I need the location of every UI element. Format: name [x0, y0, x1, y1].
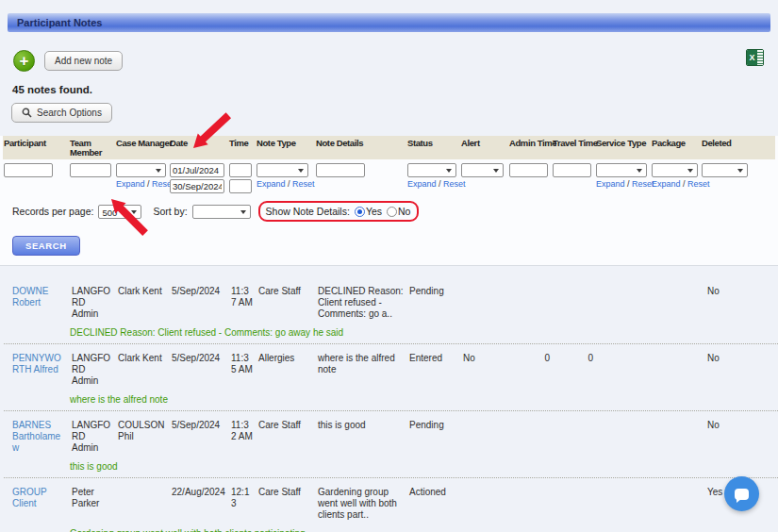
team-member-cell: Peter Parker: [70, 487, 116, 521]
date-cell: 5/Sep/2024: [170, 420, 229, 454]
link-separator: /: [439, 179, 441, 189]
alert-cell: No: [461, 353, 509, 387]
sort-by-label: Sort by:: [153, 206, 187, 217]
show-note-details-yes-radio[interactable]: [355, 207, 365, 217]
date-cell: 5/Sep/2024: [170, 353, 229, 387]
admin-time-filter-input[interactable]: [509, 163, 548, 177]
col-header-service-type: Service Type: [596, 138, 652, 158]
travel-time-cell: [553, 487, 596, 521]
service-type-expand-link[interactable]: Expand: [596, 179, 625, 189]
chat-bubble-icon: [735, 489, 749, 500]
note-details-cell: where is the alfred note: [316, 353, 407, 387]
col-header-time: Time: [229, 138, 257, 158]
case-manager-cell: Clark Kent: [116, 286, 170, 320]
notes-found-count: 45 notes found.: [12, 84, 778, 95]
team-member-cell: LANGFORD Admin: [70, 420, 116, 454]
note-details-cell: DECLINED Reason: Client refused - Commen…: [316, 286, 407, 320]
time-cell: 12:13: [229, 487, 257, 521]
sort-by-select[interactable]: [192, 205, 251, 219]
package-expand-link[interactable]: Expand: [652, 179, 681, 189]
case-manager-cell: [116, 487, 170, 521]
deleted-cell: No: [702, 286, 773, 320]
add-new-note-button[interactable]: Add new note: [44, 51, 123, 71]
date-cell: 22/Aug/2024: [170, 487, 229, 521]
col-header-participant: Participant: [4, 138, 70, 158]
time-to-input[interactable]: [229, 179, 252, 193]
note-type-expand-link[interactable]: Expand: [257, 179, 286, 189]
notes-table: DOWNE Robert LANGFORD Admin Clark Kent 5…: [0, 266, 778, 532]
alert-select[interactable]: [461, 163, 504, 177]
note-full-text: where is the alfred note: [70, 394, 778, 405]
table-row: GROUP Client Peter Parker 22/Aug/2024 12…: [4, 478, 778, 532]
note-full-text: Gardening group went well with both clie…: [70, 528, 778, 532]
participant-filter-input[interactable]: [4, 163, 53, 177]
records-per-page-select[interactable]: 500: [98, 205, 141, 219]
col-header-deleted: Deleted: [702, 138, 773, 158]
status-cell: Pending: [407, 286, 461, 320]
table-row: DOWNE Robert LANGFORD Admin Clark Kent 5…: [4, 277, 778, 344]
records-options-row: Records per page: 500 Sort by: Show Note…: [12, 200, 778, 223]
toolbar: + Add new note: [13, 49, 778, 72]
show-note-details-no-radio[interactable]: [387, 207, 397, 217]
link-separator: /: [288, 179, 290, 189]
package-select[interactable]: [652, 163, 698, 177]
case-manager-cell: Clark Kent: [116, 353, 170, 387]
case-manager-expand-link[interactable]: Expand: [116, 179, 145, 189]
case-manager-expand-reset: Expand / Reset: [116, 179, 170, 189]
search-button[interactable]: SEARCH: [12, 236, 80, 256]
alert-cell: [461, 286, 509, 320]
admin-time-cell: 0: [509, 353, 553, 387]
service-type-cell: [596, 353, 652, 387]
deleted-cell: No: [702, 353, 773, 387]
time-from-input[interactable]: [229, 163, 252, 177]
participant-link[interactable]: GROUP Client: [4, 487, 70, 521]
service-type-cell: [596, 420, 652, 454]
note-type-cell: Allergies: [257, 353, 316, 387]
service-type-select[interactable]: [596, 163, 647, 177]
filter-panel: Participant Team Member Case Manager Dat…: [0, 136, 778, 266]
participant-link[interactable]: PENNYWORTH Alfred: [4, 353, 70, 387]
chat-widget-button[interactable]: [724, 476, 759, 511]
package-expand-reset: Expand / Reset: [652, 179, 702, 189]
excel-export-icon[interactable]: X: [746, 49, 764, 66]
col-header-note-type: Note Type: [257, 138, 316, 158]
col-header-package: Package: [652, 138, 702, 158]
col-header-alert: Alert: [461, 138, 509, 158]
admin-time-cell: [509, 286, 553, 320]
deleted-cell: No: [702, 420, 773, 454]
search-options-button[interactable]: Search Options: [11, 103, 112, 123]
status-cell: Actioned: [407, 487, 461, 521]
link-separator: /: [627, 179, 630, 189]
team-member-filter-input[interactable]: [70, 163, 111, 177]
date-to-input[interactable]: [170, 179, 224, 193]
package-cell: [652, 420, 702, 454]
case-manager-select[interactable]: [116, 163, 166, 177]
filter-column-headers: Participant Team Member Case Manager Dat…: [3, 136, 775, 159]
deleted-select[interactable]: [702, 163, 748, 177]
team-member-cell: LANGFORD Admin: [70, 286, 116, 320]
participant-link[interactable]: BARNES Bartholamew: [4, 420, 70, 454]
note-full-text: DECLINED Reason: Client refused - Commen…: [70, 327, 778, 338]
status-expand-reset: Expand / Reset: [407, 179, 461, 189]
col-header-admin-time: Admin Time: [509, 138, 553, 158]
date-cell: 5/Sep/2024: [170, 286, 229, 320]
add-note-plus-icon[interactable]: +: [13, 50, 35, 72]
table-row: BARNES Bartholamew LANGFORD Admin COULSO…: [4, 411, 778, 478]
note-details-filter-input[interactable]: [316, 163, 365, 177]
admin-time-cell: [509, 420, 553, 454]
note-type-select[interactable]: [257, 163, 308, 177]
excel-x-glyph: X: [747, 50, 757, 65]
alert-cell: [461, 420, 509, 454]
package-cell: [652, 487, 702, 521]
time-cell: 11:32 AM: [229, 420, 257, 454]
date-from-input[interactable]: [170, 163, 224, 177]
col-header-team-member: Team Member: [70, 138, 116, 158]
note-type-expand-reset: Expand / Reset: [257, 179, 316, 189]
travel-time-filter-input[interactable]: [553, 163, 591, 177]
note-full-text: this is good: [70, 461, 778, 472]
alert-cell: [461, 487, 509, 521]
note-type-reset-link[interactable]: Reset: [292, 179, 315, 189]
participant-link[interactable]: DOWNE Robert: [4, 286, 70, 320]
status-select[interactable]: [407, 163, 456, 177]
status-expand-link[interactable]: Expand: [407, 179, 437, 189]
